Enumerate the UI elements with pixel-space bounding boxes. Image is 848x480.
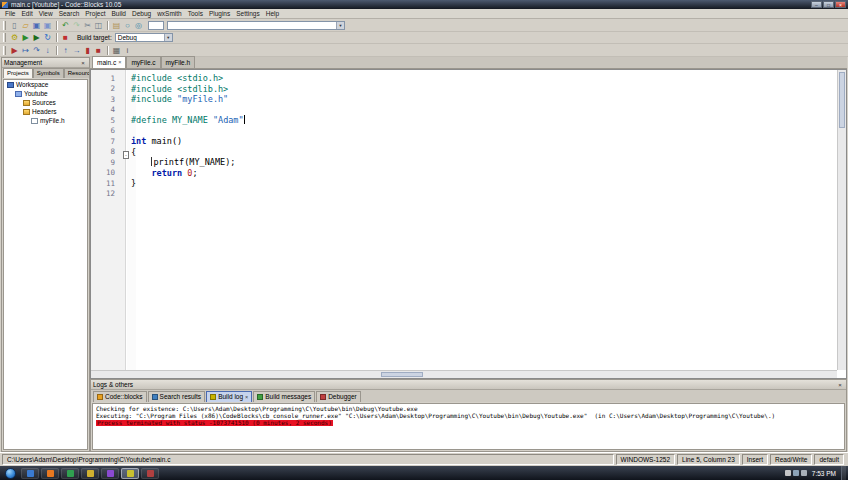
fold-marker-icon[interactable]: - bbox=[123, 151, 128, 159]
undo-icon[interactable]: ↶ bbox=[60, 20, 71, 31]
symbol-combo[interactable]: ▼ bbox=[167, 21, 345, 30]
menu-file[interactable]: File bbox=[2, 9, 18, 19]
menu-help[interactable]: Help bbox=[263, 9, 282, 19]
debug-info-icon[interactable]: i bbox=[122, 45, 133, 56]
menu-search[interactable]: Search bbox=[56, 9, 83, 19]
find-icon[interactable]: ○ bbox=[122, 20, 133, 31]
build-and-run-icon[interactable]: ▶ bbox=[31, 32, 42, 43]
line-number: 10 bbox=[91, 168, 121, 177]
redo-icon[interactable]: ↷ bbox=[71, 20, 82, 31]
run-to-cursor-icon[interactable]: ↦ bbox=[20, 45, 31, 56]
tree-node-myfile.h[interactable]: myFile.h bbox=[4, 116, 87, 125]
horizontal-scrollbar-thumb[interactable] bbox=[381, 372, 423, 377]
menu-view[interactable]: View bbox=[36, 9, 56, 19]
tray-icon-1[interactable] bbox=[801, 470, 807, 476]
chevron-down-icon[interactable]: ▼ bbox=[164, 34, 172, 41]
code-token: return bbox=[151, 168, 182, 178]
step-out-icon[interactable]: ↑ bbox=[60, 45, 71, 56]
break-debugger-icon[interactable]: ▮ bbox=[82, 45, 93, 56]
code-text: #define MY_NAME "Adam" bbox=[131, 115, 245, 126]
tray-icon-3[interactable] bbox=[785, 470, 791, 476]
log-tab-debugger[interactable]: Debugger bbox=[316, 391, 361, 402]
step-into-icon[interactable]: ↓ bbox=[42, 45, 53, 56]
tree-label: Workspace bbox=[16, 81, 48, 88]
menu-wxsmith[interactable]: wxSmith bbox=[154, 9, 185, 19]
line-number: 6 bbox=[91, 126, 121, 135]
close-panel-icon[interactable]: × bbox=[836, 381, 844, 389]
close-tab-icon[interactable]: × bbox=[245, 392, 248, 402]
taskbar-app-3[interactable] bbox=[61, 468, 79, 479]
taskbar-app-5[interactable] bbox=[101, 468, 119, 479]
menu-tools[interactable]: Tools bbox=[185, 9, 206, 19]
menu-build[interactable]: Build bbox=[109, 9, 129, 19]
log-tab-build-log[interactable]: Build log× bbox=[206, 391, 252, 402]
code-line: 12 bbox=[91, 189, 837, 200]
close-tab-icon[interactable]: × bbox=[118, 57, 121, 68]
close-button[interactable]: × bbox=[835, 1, 846, 8]
code-line: 3#include "myFile.h" bbox=[91, 94, 837, 105]
menu-debug[interactable]: Debug bbox=[129, 9, 154, 19]
minimize-button[interactable]: – bbox=[811, 1, 822, 8]
taskbar-app-4[interactable] bbox=[81, 468, 99, 479]
logs-header: Logs & others × bbox=[91, 380, 846, 390]
mgmt-tab-symbols[interactable]: Symbols bbox=[33, 68, 64, 78]
cut-icon[interactable]: ✂ bbox=[82, 20, 93, 31]
build-target-combo[interactable]: Debug ▼ bbox=[115, 33, 173, 42]
tree-node-youtube[interactable]: Youtube bbox=[4, 89, 87, 98]
tree-node-headers[interactable]: Headers bbox=[4, 107, 87, 116]
menu-project[interactable]: Project bbox=[82, 9, 108, 19]
build-log-content[interactable]: Checking for existence: C:\Users\Adam\De… bbox=[92, 403, 845, 450]
menu-plugins[interactable]: Plugins bbox=[206, 9, 233, 19]
abort-build-icon[interactable]: ■ bbox=[60, 32, 71, 43]
log-text: Executing: "C:\Program Files (x86)\CodeB… bbox=[96, 413, 775, 419]
copy-icon[interactable]: ◫ bbox=[93, 20, 104, 31]
start-button[interactable] bbox=[5, 468, 16, 479]
paste-icon[interactable]: ▤ bbox=[111, 20, 122, 31]
tray-icon-2[interactable] bbox=[793, 470, 799, 476]
stop-debugger-icon[interactable]: ■ bbox=[93, 45, 104, 56]
rebuild-icon[interactable]: ↻ bbox=[42, 32, 53, 43]
menu-edit[interactable]: Edit bbox=[18, 9, 35, 19]
tree-node-workspace[interactable]: Workspace bbox=[4, 80, 87, 89]
save-all-icon[interactable]: ▣ bbox=[42, 20, 53, 31]
toolbar-grip[interactable] bbox=[3, 46, 6, 55]
next-instruction-icon[interactable]: → bbox=[71, 45, 82, 56]
build-icon[interactable]: ⚙ bbox=[9, 32, 20, 43]
next-line-icon[interactable]: ↷ bbox=[31, 45, 42, 56]
run-icon[interactable]: ▶ bbox=[20, 32, 31, 43]
taskbar-app-2[interactable] bbox=[41, 468, 59, 479]
tree-node-sources[interactable]: Sources bbox=[4, 98, 87, 107]
vertical-scrollbar-thumb[interactable] bbox=[839, 72, 845, 128]
logs-panel: Logs & others × Code::blocksSearch resul… bbox=[90, 379, 847, 452]
project-tree[interactable]: WorkspaceYoutubeSourcesHeadersmyFile.h bbox=[3, 79, 88, 450]
editor-tab-main.c[interactable]: main.c× bbox=[92, 56, 126, 68]
editor-tab-myFile.c[interactable]: myFile.c bbox=[126, 56, 160, 68]
taskbar-app-7[interactable] bbox=[141, 468, 159, 479]
show-desktop-button[interactable] bbox=[841, 466, 846, 480]
replace-icon[interactable]: ◎ bbox=[133, 20, 144, 31]
clock[interactable]: 7:53 PM bbox=[809, 470, 839, 477]
open-file-icon[interactable]: ▱ bbox=[20, 20, 31, 31]
toolbar-grip[interactable] bbox=[3, 21, 6, 30]
chevron-down-icon[interactable]: ▼ bbox=[336, 22, 344, 29]
code-lines[interactable]: 1#include <stdio.h>2#include <stdlib.h>3… bbox=[91, 70, 837, 370]
close-panel-icon[interactable]: × bbox=[79, 59, 87, 67]
mgmt-tab-projects[interactable]: Projects bbox=[3, 68, 33, 78]
save-icon[interactable]: ▣ bbox=[31, 20, 42, 31]
new-file-icon[interactable]: ▯ bbox=[9, 20, 20, 31]
toolbar-grip[interactable] bbox=[3, 33, 6, 42]
log-tab-build-messages[interactable]: Build messages bbox=[253, 391, 315, 402]
mgmt-tab-resources[interactable]: Resources bbox=[64, 68, 89, 78]
toolbar-mini-input[interactable] bbox=[148, 21, 164, 30]
menu-settings[interactable]: Settings bbox=[233, 9, 263, 19]
log-tab-search-results[interactable]: Search results bbox=[148, 391, 206, 402]
debugging-windows-icon[interactable]: ▦ bbox=[111, 45, 122, 56]
taskbar-app-1[interactable] bbox=[21, 468, 39, 479]
log-tab-code-blocks[interactable]: Code::blocks bbox=[93, 391, 147, 402]
vertical-scrollbar[interactable] bbox=[837, 70, 846, 370]
editor-tab-myFile.h[interactable]: myFile.h bbox=[161, 56, 196, 68]
taskbar-app-codeblocks[interactable] bbox=[121, 468, 139, 479]
maximize-button[interactable]: □ bbox=[823, 1, 834, 8]
debug-continue-icon[interactable]: ▶ bbox=[9, 45, 20, 56]
horizontal-scrollbar[interactable] bbox=[91, 370, 837, 378]
